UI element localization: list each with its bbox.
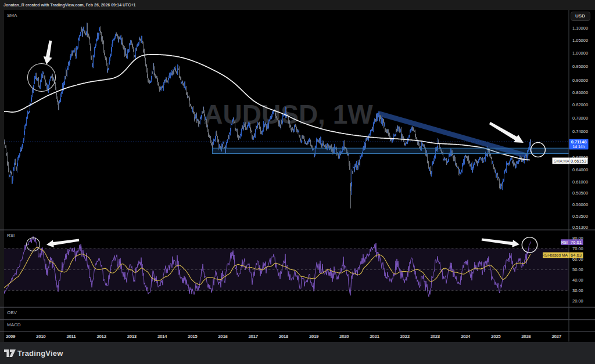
- svg-text:2013: 2013: [127, 334, 137, 339]
- svg-text:1.00000: 1.00000: [572, 51, 588, 56]
- svg-text:2026: 2026: [521, 334, 531, 339]
- svg-text:AUDUSD, 1W: AUDUSD, 1W: [203, 99, 373, 129]
- svg-text:20.00: 20.00: [572, 298, 583, 304]
- svg-text:2010: 2010: [36, 334, 46, 339]
- svg-text:50.00: 50.00: [572, 267, 583, 272]
- svg-text:1.05000: 1.05000: [572, 38, 588, 43]
- svg-text:0.53500: 0.53500: [572, 214, 588, 219]
- svg-text:2022: 2022: [400, 334, 410, 339]
- svg-text:0.71148: 0.71148: [571, 139, 587, 145]
- svg-text:2015: 2015: [188, 334, 198, 339]
- svg-text:2024: 2024: [461, 334, 471, 339]
- svg-text:0.90000: 0.90000: [572, 78, 588, 83]
- svg-text:RSI: RSI: [7, 233, 15, 238]
- svg-text:2017: 2017: [248, 334, 258, 339]
- svg-text:2025: 2025: [491, 334, 501, 339]
- svg-text:2021: 2021: [370, 334, 379, 339]
- svg-text:2011: 2011: [67, 334, 77, 339]
- svg-text:0.61000: 0.61000: [572, 179, 588, 185]
- svg-text:RSI-based MA: RSI-based MA: [542, 253, 568, 257]
- svg-text:0.74000: 0.74000: [572, 129, 588, 134]
- svg-text:0.78000: 0.78000: [572, 116, 588, 121]
- svg-text:2027: 2027: [551, 334, 561, 339]
- svg-text:0.51300: 0.51300: [572, 225, 588, 230]
- svg-text:MACD: MACD: [7, 322, 21, 327]
- svg-text:0.58500: 0.58500: [572, 190, 588, 196]
- svg-text:2016: 2016: [218, 334, 228, 339]
- svg-text:2019: 2019: [309, 334, 319, 339]
- svg-text:0.95000: 0.95000: [572, 64, 588, 69]
- svg-text:0.86000: 0.86000: [572, 90, 588, 95]
- svg-text:2012: 2012: [96, 334, 106, 339]
- svg-text:1d 14h: 1d 14h: [573, 145, 585, 149]
- svg-text:SMA:MA: SMA:MA: [554, 159, 569, 163]
- svg-text:2009: 2009: [6, 334, 16, 339]
- svg-text:2023: 2023: [431, 334, 440, 339]
- svg-text:SMA: SMA: [7, 13, 17, 18]
- svg-text:2014: 2014: [157, 334, 167, 339]
- svg-text:0.66153: 0.66153: [571, 158, 586, 164]
- svg-text:30.00: 30.00: [572, 288, 583, 293]
- svg-text:OBV: OBV: [7, 310, 17, 315]
- svg-text:64.63: 64.63: [571, 253, 582, 258]
- svg-text:0.64000: 0.64000: [572, 167, 588, 172]
- svg-text:1.10000: 1.10000: [572, 26, 588, 31]
- svg-text:40.00: 40.00: [572, 277, 583, 283]
- svg-text:2018: 2018: [279, 334, 289, 339]
- svg-text:0.82000: 0.82000: [572, 102, 588, 107]
- svg-text:2020: 2020: [339, 334, 349, 339]
- svg-text:RSI: RSI: [561, 240, 568, 244]
- svg-text:70.00: 70.00: [572, 246, 583, 251]
- svg-text:76.61: 76.61: [571, 240, 582, 245]
- svg-text:0.56000: 0.56000: [572, 202, 588, 207]
